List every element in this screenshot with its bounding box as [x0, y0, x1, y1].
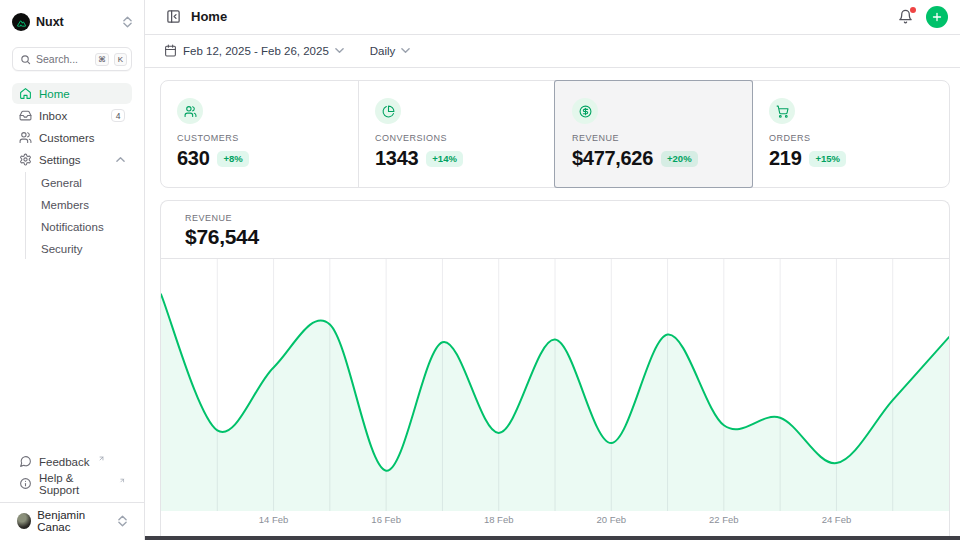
speech-bubble-icon: [19, 455, 32, 468]
stat-label: CUSTOMERS: [177, 133, 342, 143]
stat-value: 1343: [375, 147, 418, 170]
external-link-icon: [98, 455, 105, 462]
kbd-cmd: ⌘: [95, 53, 109, 66]
calendar-icon: [164, 44, 177, 57]
users-icon: [184, 105, 197, 118]
chevron-up-down-icon: [123, 16, 132, 28]
date-range-value: Feb 12, 2025 - Feb 26, 2025: [183, 45, 329, 57]
stat-label: ORDERS: [769, 133, 933, 143]
inbox-icon: [19, 109, 32, 122]
x-axis-tick-label: 18 Feb: [484, 514, 514, 525]
sidebar-item-members[interactable]: Members: [35, 194, 132, 215]
chart-x-axis: 14 Feb16 Feb18 Feb20 Feb22 Feb24 Feb: [161, 511, 949, 528]
workspace-switcher[interactable]: Nuxt: [12, 10, 132, 34]
gear-icon: [19, 153, 32, 166]
sidebar-item-security[interactable]: Security: [35, 238, 132, 259]
app-window: Nuxt Search... ⌘ K Home Inbox 4: [0, 0, 960, 540]
inbox-count-badge: 4: [111, 109, 125, 122]
revenue-chart-card: REVENUE $76,544 14 Feb16 Feb18 Feb20 Feb…: [160, 200, 950, 540]
sidebar-item-general[interactable]: General: [35, 172, 132, 193]
x-axis-tick-label: 14 Feb: [259, 514, 289, 525]
settings-submenu: General Members Notifications Security: [25, 172, 132, 259]
stat-delta-badge: +8%: [217, 151, 248, 167]
chart-metric-value: $76,544: [185, 225, 925, 249]
sidebar-divider: [0, 502, 144, 503]
stat-card-revenue[interactable]: REVENUE $477,626 +20%: [555, 81, 752, 187]
sidebar-item-customers[interactable]: Customers: [12, 127, 132, 148]
sidebar-item-label: Customers: [39, 132, 95, 144]
sidebar-nav: Home Inbox 4 Customers Settings General …: [12, 83, 132, 260]
add-button[interactable]: [926, 6, 948, 28]
stat-delta-badge: +20%: [661, 151, 698, 167]
sidebar-item-label: Settings: [39, 154, 81, 166]
x-axis-tick-label: 16 Feb: [371, 514, 401, 525]
dollar-circle-icon: [579, 105, 592, 118]
sidebar-item-home[interactable]: Home: [12, 83, 132, 104]
stat-delta-badge: +15%: [809, 151, 846, 167]
feedback-label: Feedback: [39, 456, 90, 468]
chart-metric-label: REVENUE: [185, 213, 925, 223]
date-range-picker[interactable]: Feb 12, 2025 - Feb 26, 2025: [164, 44, 344, 57]
chart-pie-icon: [382, 105, 395, 118]
stat-label: REVENUE: [572, 133, 736, 143]
x-axis-tick-label: 20 Feb: [596, 514, 626, 525]
stat-label: CONVERSIONS: [375, 133, 539, 143]
main-panel: Home Feb 12, 2025 - Feb 26, 2025 Daily: [145, 0, 960, 540]
sidebar: Nuxt Search... ⌘ K Home Inbox 4: [0, 0, 145, 540]
granularity-value: Daily: [370, 45, 396, 57]
granularity-select[interactable]: Daily: [370, 45, 411, 57]
x-axis-tick-label: 22 Feb: [709, 514, 739, 525]
chevron-down-icon: [335, 46, 344, 55]
stat-card-customers[interactable]: CUSTOMERS 630 +8%: [161, 81, 358, 187]
nuxt-logo-icon: [12, 13, 30, 31]
help-support-link[interactable]: Help & Support: [12, 473, 132, 494]
chevron-down-icon: [401, 46, 410, 55]
workspace-name: Nuxt: [36, 15, 64, 29]
search-placeholder: Search...: [36, 53, 90, 65]
sidebar-item-notifications[interactable]: Notifications: [35, 216, 132, 237]
users-icon: [19, 131, 32, 144]
cart-icon: [776, 105, 789, 118]
stat-value: $477,626: [572, 147, 653, 170]
sidebar-footer: Feedback Help & Support Benjamin Canac: [12, 451, 132, 532]
chevron-up-icon: [116, 155, 125, 164]
search-icon: [20, 54, 31, 65]
stat-card-orders[interactable]: ORDERS 219 +15%: [752, 81, 949, 187]
header-actions: [896, 6, 948, 28]
page-header: Home: [145, 0, 960, 35]
dashboard-content: CUSTOMERS 630 +8% CONVERSIONS 1343 +14%: [145, 68, 960, 540]
filters-toolbar: Feb 12, 2025 - Feb 26, 2025 Daily: [145, 35, 960, 68]
collapse-sidebar-button[interactable]: [164, 8, 182, 26]
sidebar-item-label: Inbox: [39, 110, 67, 122]
stat-value: 630: [177, 147, 209, 170]
revenue-area-chart[interactable]: [161, 259, 949, 511]
feedback-link[interactable]: Feedback: [12, 451, 132, 472]
search-input[interactable]: Search... ⌘ K: [12, 47, 132, 71]
notification-dot: [910, 7, 916, 13]
sidebar-item-settings[interactable]: Settings: [12, 149, 132, 170]
user-menu[interactable]: Benjamin Canac: [12, 510, 132, 532]
stat-card-conversions[interactable]: CONVERSIONS 1343 +14%: [358, 81, 555, 187]
stat-value: 219: [769, 147, 801, 170]
home-icon: [19, 87, 32, 100]
user-name: Benjamin Canac: [37, 509, 112, 533]
sidebar-item-inbox[interactable]: Inbox 4: [12, 105, 132, 126]
user-avatar: [17, 513, 31, 529]
chevron-up-down-icon: [118, 515, 127, 527]
chart-header: REVENUE $76,544: [161, 201, 949, 259]
panel-left-close-icon: [166, 9, 181, 24]
plus-icon: [931, 11, 943, 23]
external-link-icon: [119, 477, 125, 484]
stat-delta-badge: +14%: [426, 151, 463, 167]
sidebar-item-label: Home: [39, 88, 70, 100]
help-support-label: Help & Support: [39, 472, 111, 496]
stats-row: CUSTOMERS 630 +8% CONVERSIONS 1343 +14%: [160, 80, 950, 188]
notifications-button[interactable]: [896, 8, 914, 26]
info-circle-icon: [19, 477, 32, 490]
content-bottom-edge: [145, 536, 960, 540]
kbd-k: K: [114, 53, 127, 66]
page-title: Home: [191, 9, 227, 24]
x-axis-tick-label: 24 Feb: [822, 514, 852, 525]
